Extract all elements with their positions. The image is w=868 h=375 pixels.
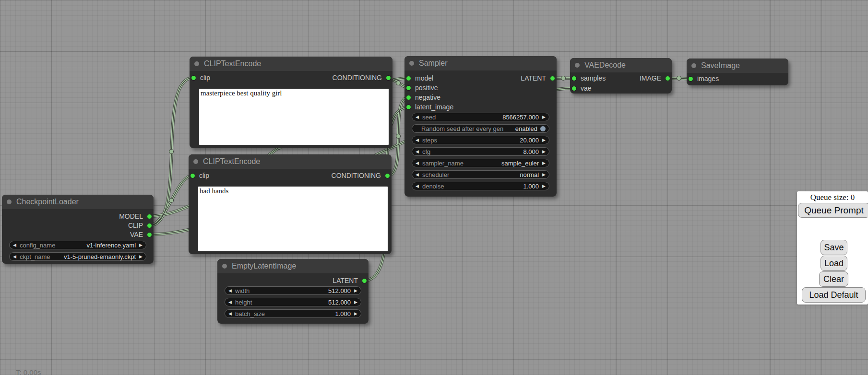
- node-title-bar[interactable]: Sampler: [404, 56, 557, 70]
- clear-button[interactable]: Clear: [819, 271, 848, 287]
- collapse-dot-icon[interactable]: [193, 159, 198, 164]
- output-port-dot[interactable]: [666, 76, 670, 81]
- increment-arrow-icon[interactable]: ▶: [542, 147, 546, 156]
- node-cliptextencode-negative[interactable]: CLIPTextEncode clip CONDITIONING bad han…: [189, 154, 392, 254]
- widget-height[interactable]: ◀ height 512.000 ▶: [225, 298, 361, 306]
- decrement-arrow-icon[interactable]: ◀: [416, 182, 419, 190]
- collapse-dot-icon[interactable]: [691, 63, 696, 68]
- output-port-dot[interactable]: [385, 174, 390, 178]
- input-port-dot[interactable]: [572, 86, 576, 91]
- output-port-dot[interactable]: [147, 233, 152, 237]
- node-title: CLIPTextEncode: [203, 157, 260, 166]
- increment-arrow-icon[interactable]: ▶: [542, 113, 546, 121]
- widget-value: sample_euler: [501, 160, 539, 167]
- queue-prompt-button[interactable]: Queue Prompt: [798, 203, 868, 218]
- widget-value: v1-inference.yaml: [86, 242, 136, 249]
- increment-arrow-icon[interactable]: ▶: [354, 298, 357, 306]
- prompt-textarea[interactable]: masterpiece best quality girl: [199, 89, 389, 145]
- output-row-latent: LATENT: [219, 276, 367, 285]
- input-port-dot[interactable]: [406, 76, 411, 81]
- decrement-arrow-icon[interactable]: ◀: [13, 241, 16, 249]
- load-default-button[interactable]: Load Default: [802, 287, 866, 303]
- decrement-arrow-icon[interactable]: ◀: [228, 286, 232, 295]
- toggle-dot-icon[interactable]: [540, 126, 546, 131]
- node-title: SaveImage: [701, 61, 740, 70]
- increment-arrow-icon[interactable]: ▶: [139, 252, 143, 261]
- input-port-dot[interactable]: [572, 76, 576, 81]
- node-title-bar[interactable]: EmptyLatentImage: [217, 259, 369, 273]
- input-port-dot[interactable]: [191, 76, 196, 80]
- widget-seed[interactable]: ◀ seed 8566257.000 ▶: [412, 113, 549, 121]
- port-label: samples: [581, 74, 606, 82]
- input-port-dot[interactable]: [406, 86, 411, 90]
- node-sampler[interactable]: Sampler model LATENT positive negative l…: [404, 56, 557, 197]
- node-saveimage[interactable]: SaveImage images: [687, 59, 788, 85]
- input-port-dot[interactable]: [689, 77, 693, 81]
- decrement-arrow-icon[interactable]: ◀: [416, 159, 419, 167]
- prompt-textarea[interactable]: bad hands: [198, 187, 388, 251]
- execution-timer-label: T: 0.00s: [16, 368, 41, 375]
- widget-steps[interactable]: ◀ steps 20.000 ▶: [412, 136, 549, 144]
- collapse-dot-icon[interactable]: [7, 199, 12, 204]
- decrement-arrow-icon[interactable]: ◀: [228, 309, 232, 318]
- collapse-dot-icon[interactable]: [575, 63, 580, 68]
- widget-batch-size[interactable]: ◀ batch_size 1.000 ▶: [225, 309, 361, 318]
- input-port-dot[interactable]: [406, 105, 411, 109]
- increment-arrow-icon[interactable]: ▶: [542, 136, 546, 144]
- input-row-latent-image: latent_image: [406, 103, 555, 111]
- collapse-dot-icon[interactable]: [222, 264, 227, 269]
- node-title-bar[interactable]: CLIPTextEncode: [189, 154, 392, 169]
- widget-random-seed-toggle[interactable]: Random seed after every gen enabled: [412, 124, 549, 133]
- output-port-dot[interactable]: [386, 76, 391, 80]
- widget-config-name[interactable]: ◀ config_name v1-inference.yaml ▶: [9, 241, 146, 249]
- port-label: vae: [581, 84, 592, 92]
- output-port-dot[interactable]: [362, 279, 367, 283]
- queue-size-label: Queue size: 0: [797, 193, 868, 202]
- decrement-arrow-icon[interactable]: ◀: [416, 170, 419, 179]
- increment-arrow-icon[interactable]: ▶: [354, 309, 357, 318]
- widget-denoise[interactable]: ◀ denoise 1.000 ▶: [412, 182, 549, 190]
- widget-ckpt-name[interactable]: ◀ ckpt_name v1-5-pruned-emaonly.ckpt ▶: [9, 252, 146, 261]
- port-label: negative: [415, 94, 440, 101]
- node-title-bar[interactable]: VAEDecode: [570, 58, 672, 72]
- node-title-bar[interactable]: SaveImage: [687, 59, 788, 73]
- save-button[interactable]: Save: [820, 240, 847, 255]
- widget-scheduler[interactable]: ◀ scheduler normal ▶: [412, 170, 549, 179]
- output-port-dot[interactable]: [550, 76, 555, 81]
- increment-arrow-icon[interactable]: ▶: [139, 241, 143, 249]
- widget-value: 8566257.000: [502, 114, 539, 121]
- increment-arrow-icon[interactable]: ▶: [542, 182, 546, 190]
- decrement-arrow-icon[interactable]: ◀: [416, 113, 419, 121]
- node-vaedecode[interactable]: VAEDecode samples IMAGE vae: [570, 58, 672, 94]
- node-title: CheckpointLoader: [16, 198, 79, 206]
- output-port-dot[interactable]: [147, 214, 152, 219]
- input-port-dot[interactable]: [406, 95, 411, 100]
- widget-width[interactable]: ◀ width 512.000 ▶: [225, 286, 361, 295]
- load-button[interactable]: Load: [820, 256, 847, 271]
- decrement-arrow-icon[interactable]: ◀: [228, 298, 232, 306]
- input-port-dot[interactable]: [190, 174, 195, 178]
- collapse-dot-icon[interactable]: [409, 61, 414, 66]
- node-title-bar[interactable]: CLIPTextEncode: [190, 57, 392, 71]
- node-title-bar[interactable]: CheckpointLoader: [2, 195, 154, 209]
- port-label: CONDITIONING: [333, 74, 382, 82]
- node-cliptextencode-positive[interactable]: CLIPTextEncode clip CONDITIONING masterp…: [190, 57, 392, 148]
- widget-value: normal: [520, 171, 539, 178]
- port-label: model: [415, 74, 433, 82]
- output-row-model: MODEL: [4, 212, 152, 221]
- increment-arrow-icon[interactable]: ▶: [542, 159, 546, 167]
- output-port-dot[interactable]: [147, 223, 152, 228]
- widget-label: scheduler: [422, 171, 449, 178]
- decrement-arrow-icon[interactable]: ◀: [416, 147, 419, 156]
- increment-arrow-icon[interactable]: ▶: [354, 286, 357, 295]
- node-checkpointloader[interactable]: CheckpointLoader MODEL CLIP VAE ◀ config…: [2, 195, 154, 264]
- widget-cfg[interactable]: ◀ cfg 8.000 ▶: [412, 147, 549, 156]
- port-label: images: [697, 75, 719, 82]
- collapse-dot-icon[interactable]: [194, 61, 199, 66]
- decrement-arrow-icon[interactable]: ◀: [13, 252, 16, 261]
- decrement-arrow-icon[interactable]: ◀: [416, 136, 419, 144]
- increment-arrow-icon[interactable]: ▶: [542, 170, 546, 179]
- graph-canvas[interactable]: { "graph": { "timer": "T: 0.00s" }, "nod…: [0, 0, 868, 375]
- widget-sampler-name[interactable]: ◀ sampler_name sample_euler ▶: [412, 159, 549, 167]
- node-emptylatentimage[interactable]: EmptyLatentImage LATENT ◀ width 512.000 …: [217, 259, 369, 324]
